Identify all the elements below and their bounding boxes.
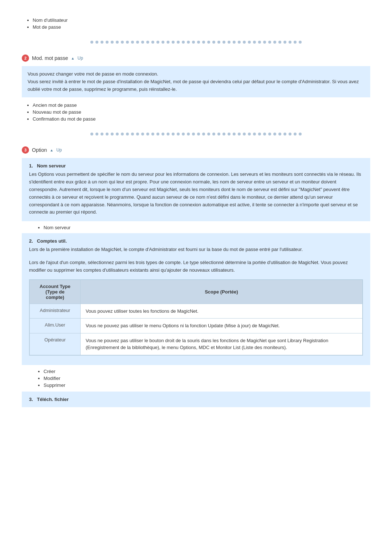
bullet-confirmation-mot: Confirmation du mot de passe bbox=[33, 116, 370, 122]
compte-bullets-list: Créer Modifier Supprimer bbox=[33, 369, 370, 388]
table-cell-type-0: Administrateur bbox=[30, 304, 81, 319]
section2-info-text: Vous pouvez changer votre mot de passe e… bbox=[28, 71, 359, 92]
section2-up-link[interactable]: Up bbox=[78, 56, 83, 61]
section2-header: 2 Mod. mot passe ▲ Up bbox=[22, 54, 370, 62]
section-option: 3 Option ▲ Up 1. Nom serveur Les Options… bbox=[22, 146, 370, 407]
account-table-wrapper: Account Type (Type de compte) Scope (Por… bbox=[29, 279, 363, 356]
table-cell-scope-2: Vous ne pouvez pas utiliser le bouton dr… bbox=[81, 333, 363, 355]
nom-serveur-bullet-list: Nom serveur bbox=[33, 225, 370, 230]
section3-badge: 3 bbox=[22, 146, 29, 154]
section2-badge: 2 bbox=[22, 54, 29, 62]
subsection-nom-serveur: 1. Nom serveur Les Options vous permette… bbox=[22, 158, 370, 221]
section-mod-mot-passe: 2 Mod. mot passe ▲ Up Vous pouvez change… bbox=[22, 54, 370, 122]
subsection-telech-fichier: 3. Téléch. fichier bbox=[22, 392, 370, 407]
dotted-divider-2 bbox=[22, 133, 370, 135]
bullet-nom-utilisateur: Nom d'utilisateur bbox=[33, 17, 370, 23]
section2-title: Mod. mot passe bbox=[32, 55, 68, 61]
top-bullets-section: Nom d'utilisateur Mot de passe bbox=[22, 17, 370, 30]
subsection2-content1: Lors de la première installation de Magi… bbox=[29, 246, 363, 254]
table-row: Administrateur Vous pouvez utiliser tout… bbox=[30, 304, 363, 319]
section3-header: 3 Option ▲ Up bbox=[22, 146, 370, 154]
bullet-ancien-mot: Ancien mot de passe bbox=[33, 102, 370, 108]
subsection1-num: 1. bbox=[29, 163, 33, 169]
table-header-scope: Scope (Portée) bbox=[81, 280, 363, 304]
section3-title: Option bbox=[32, 147, 47, 153]
section3-up-arrow-icon: ▲ bbox=[50, 148, 53, 152]
up-arrow-icon: ▲ bbox=[71, 56, 75, 60]
subsection2-label: Comptes util. bbox=[37, 238, 67, 244]
subsection3-label: Téléch. fichier bbox=[37, 397, 69, 402]
table-cell-type-2: Opérateur bbox=[30, 333, 81, 355]
bullet-modifier: Modifier bbox=[44, 376, 370, 381]
account-table: Account Type (Type de compte) Scope (Por… bbox=[29, 280, 363, 355]
subsection1-num-label: 1. Nom serveur bbox=[29, 163, 363, 169]
bullet-mot-de-passe: Mot de passe bbox=[33, 24, 370, 30]
bullet-nouveau-mot: Nouveau mot de passe bbox=[33, 109, 370, 115]
table-row: Alim.User Vous ne pouvez pas utiliser le… bbox=[30, 319, 363, 333]
subsection1-content: Les Options vous permettent de spécifier… bbox=[29, 171, 363, 216]
bullet-creer: Créer bbox=[44, 369, 370, 374]
table-cell-type-1: Alim.User bbox=[30, 319, 81, 333]
subsection2-num: 2. bbox=[29, 238, 33, 244]
subsection2-num-label: 2. Comptes util. bbox=[29, 238, 363, 244]
subsection-comptes-util: 2. Comptes util. Lors de la première ins… bbox=[22, 233, 370, 365]
table-cell-scope-0: Vous pouvez utiliser toutes les fonction… bbox=[81, 304, 363, 319]
section2-info-box: Vous pouvez changer votre mot de passe e… bbox=[22, 66, 370, 97]
subsection2-content2: Lors de l'ajout d'un compte, sélectionne… bbox=[29, 259, 363, 274]
section3-up-link[interactable]: Up bbox=[56, 147, 62, 153]
dotted-divider-1 bbox=[22, 41, 370, 44]
section2-bullet-list: Ancien mot de passe Nouveau mot de passe… bbox=[22, 102, 370, 122]
subsection1-label: Nom serveur bbox=[37, 163, 66, 169]
table-header-type: Account Type (Type de compte) bbox=[30, 280, 81, 304]
table-cell-scope-1: Vous ne pouvez pas utiliser le menu Opti… bbox=[81, 319, 363, 333]
table-row: Opérateur Vous ne pouvez pas utiliser le… bbox=[30, 333, 363, 355]
subsection3-num: 3. bbox=[29, 397, 33, 402]
bullet-supprimer: Supprimer bbox=[44, 382, 370, 388]
top-bullet-list: Nom d'utilisateur Mot de passe bbox=[22, 17, 370, 30]
bullet-nom-serveur: Nom serveur bbox=[44, 225, 370, 230]
